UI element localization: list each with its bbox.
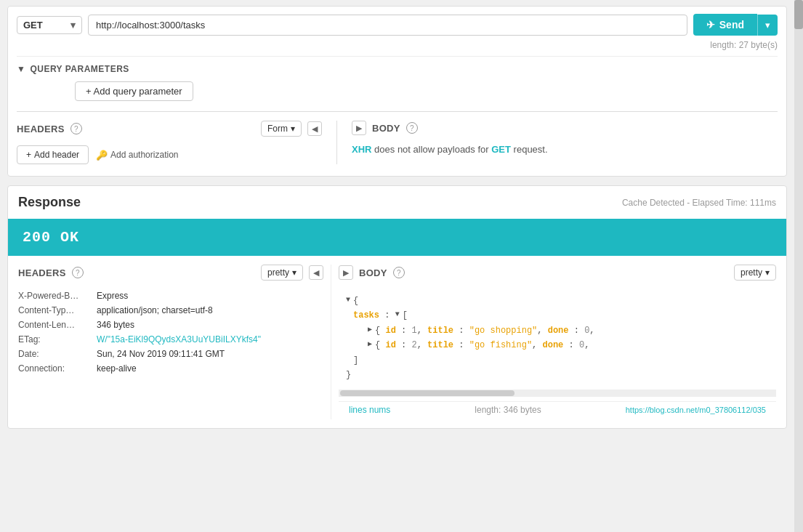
resp-headers-chevron-icon: ▾ xyxy=(292,267,296,278)
resp-header-val-6: keep-alive xyxy=(97,363,137,374)
body-title: BODY xyxy=(372,123,400,134)
resp-body-title: BODY xyxy=(359,267,387,278)
resp-headers-title: HEADERS xyxy=(18,267,66,278)
add-header-plus-icon: + xyxy=(26,150,31,160)
resp-header-row-5: Date: Sun, 24 Nov 2019 09:11:41 GMT xyxy=(18,349,323,359)
json-line-open-brace: ▼ { xyxy=(339,294,776,308)
resp-body-pretty-label: pretty xyxy=(741,267,762,278)
resp-header-key-3: Content-Len… xyxy=(18,320,91,330)
resp-panels-row: HEADERS ? pretty ▾ ◀ X-Powered-B… Expres… xyxy=(8,256,786,428)
resp-header-key-2: Content-Typ… xyxy=(18,305,91,315)
form-dropdown[interactable]: Form ▾ xyxy=(261,121,302,137)
resp-headers-title-row: HEADERS ? pretty ▾ ◀ xyxy=(18,265,323,281)
form-dropdown-label: Form xyxy=(267,124,288,134)
json-line-task-2: ▶ { id : 2 , title : "go fishing" , done… xyxy=(339,338,776,352)
collapse-root-icon[interactable]: ▼ xyxy=(346,294,350,306)
url-row: GET ▾ ✈ Send ▾ xyxy=(17,14,778,36)
headers-help-icon[interactable]: ? xyxy=(70,123,82,134)
get-label: GET xyxy=(491,144,511,155)
add-query-param-button[interactable]: + Add query parameter xyxy=(75,81,193,101)
body-nav-right-top[interactable]: ▶ xyxy=(352,121,366,135)
key-icon: 🔑 xyxy=(96,150,108,161)
resp-header-row-2: Content-Typ… application/json; charset=u… xyxy=(18,305,323,315)
send-label: Send xyxy=(719,19,744,31)
resp-header-val-5: Sun, 24 Nov 2019 09:11:41 GMT xyxy=(97,349,225,359)
resp-headers-nav-left[interactable]: ◀ xyxy=(309,265,323,280)
send-plane-icon: ✈ xyxy=(706,19,715,31)
resp-header-val-3: 346 bytes xyxy=(97,320,134,330)
body-title-row: ▶ BODY ? xyxy=(352,121,778,135)
resp-header-key-6: Connection: xyxy=(18,363,91,374)
method-chevron-icon: ▾ xyxy=(70,20,76,31)
body-panel: ▶ BODY ? XHR does not allow payloads for… xyxy=(344,121,778,164)
request-length: length: 27 byte(s) xyxy=(17,40,778,50)
resp-body-pretty-dropdown[interactable]: pretty ▾ xyxy=(734,265,776,281)
json-line-tasks-key: tasks : ▼ [ xyxy=(339,308,776,323)
json-viewer: ▼ { tasks : ▼ [ ▶ { id : 1 xyxy=(339,291,776,385)
headers-actions: + Add header 🔑 Add authorization xyxy=(17,145,322,164)
headers-nav-left[interactable]: ◀ xyxy=(307,121,322,136)
resp-headers-help-icon[interactable]: ? xyxy=(72,267,84,278)
json-line-close-brace: } xyxy=(339,368,776,382)
elapsed-info: Cache Detected - Elapsed Time: 111ms xyxy=(622,198,776,208)
resp-body-footer: lines nums length: 346 bytes https://blo… xyxy=(339,401,776,419)
query-params-title: QUERY PARAMETERS xyxy=(30,64,129,74)
response-section: Response Cache Detected - Elapsed Time: … xyxy=(7,185,787,429)
collapse-task2-icon[interactable]: ▶ xyxy=(368,338,372,350)
xhr-label: XHR xyxy=(352,144,371,155)
resp-body-length: length: 346 bytes xyxy=(475,405,541,415)
xhr-suffix: request. xyxy=(514,144,548,155)
resp-header-key-4: ETag: xyxy=(18,334,91,344)
send-dropdown-chevron-icon: ▾ xyxy=(765,20,770,31)
body-scrollbar-thumb[interactable] xyxy=(340,390,515,396)
resp-body-chevron-icon: ▾ xyxy=(765,267,770,278)
collapse-task1-icon[interactable]: ▶ xyxy=(368,323,372,336)
json-line-close-bracket: ] xyxy=(339,353,776,368)
query-params-collapse-icon: ▼ xyxy=(17,64,25,74)
resp-header-key-1: X-Powered-B… xyxy=(18,291,91,301)
resp-header-row-6: Connection: keep-alive xyxy=(18,363,323,374)
status-bar: 200 OK xyxy=(8,219,786,256)
lines-nums-link[interactable]: lines nums xyxy=(349,405,390,415)
blog-link[interactable]: https://blog.csdn.net/m0_37806112/035 xyxy=(626,406,766,414)
send-dropdown-button[interactable]: ▾ xyxy=(757,15,778,36)
add-auth-label: Add authorization xyxy=(110,150,178,160)
query-params-header[interactable]: ▼ QUERY PARAMETERS xyxy=(17,64,778,74)
panels-divider xyxy=(336,121,337,164)
add-header-label: Add header xyxy=(34,150,79,160)
form-dropdown-chevron-icon: ▾ xyxy=(291,124,295,134)
json-line-task-1: ▶ { id : 1 , title : "go shopping" , don… xyxy=(339,323,776,338)
resp-header-val-1: Express xyxy=(97,291,128,301)
headers-title-row: HEADERS ? Form ▾ ◀ xyxy=(17,121,322,137)
status-code: 200 OK xyxy=(23,229,79,246)
resp-body-help-icon[interactable]: ? xyxy=(393,267,405,278)
body-horizontal-scrollbar[interactable] xyxy=(339,390,776,397)
resp-body-panel: ▶ BODY ? pretty ▾ ▼ { tasks xyxy=(331,265,776,419)
resp-header-row-1: X-Powered-B… Express xyxy=(18,291,323,301)
response-title: Response xyxy=(18,195,81,210)
resp-body-nav-right[interactable]: ▶ xyxy=(339,265,353,280)
resp-header-val-4[interactable]: W/"15a-EiKl9QQydsXA3UuYUBiILXYkfs4" xyxy=(97,334,261,344)
send-btn-group: ✈ Send ▾ xyxy=(693,14,778,36)
resp-headers-pretty-dropdown[interactable]: pretty ▾ xyxy=(261,265,303,281)
headers-body-row: HEADERS ? Form ▾ ◀ + Add header 🔑 xyxy=(17,111,778,164)
resp-headers-table: X-Powered-B… Express Content-Typ… applic… xyxy=(18,291,323,374)
add-header-button[interactable]: + Add header xyxy=(17,145,89,164)
add-authorization-button[interactable]: 🔑 Add authorization xyxy=(96,150,178,161)
resp-header-row-4: ETag: W/"15a-EiKl9QQydsXA3UuYUBiILXYkfs4… xyxy=(18,334,323,344)
body-help-icon[interactable]: ? xyxy=(406,122,418,134)
resp-headers-pretty-label: pretty xyxy=(267,267,289,278)
url-input[interactable] xyxy=(88,15,687,36)
resp-header-val-2: application/json; charset=utf-8 xyxy=(97,305,213,315)
collapse-tasks-icon[interactable]: ▼ xyxy=(395,308,400,321)
resp-header-key-5: Date: xyxy=(18,349,91,359)
response-header-row: Response Cache Detected - Elapsed Time: … xyxy=(8,186,786,219)
xhr-text: does not allow payloads for xyxy=(374,144,491,155)
send-button[interactable]: ✈ Send xyxy=(693,14,757,36)
headers-title: HEADERS xyxy=(17,124,65,134)
headers-panel: HEADERS ? Form ▾ ◀ + Add header 🔑 xyxy=(17,121,329,164)
method-select[interactable]: GET ▾ xyxy=(17,16,82,34)
resp-body-title-row: ▶ BODY ? pretty ▾ xyxy=(339,265,776,281)
query-params-section: ▼ QUERY PARAMETERS + Add query parameter xyxy=(17,56,778,101)
xhr-notice: XHR does not allow payloads for GET requ… xyxy=(352,144,778,155)
